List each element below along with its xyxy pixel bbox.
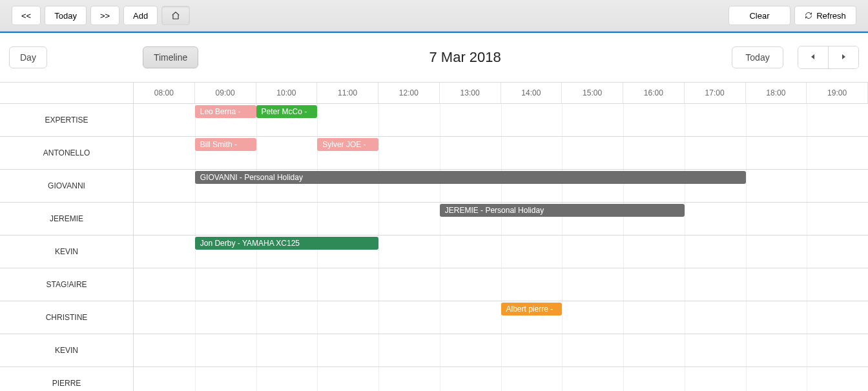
- date-title: 7 Mar 2018: [203, 49, 727, 66]
- time-slot: [807, 236, 868, 268]
- date-prev-button[interactable]: [798, 46, 828, 68]
- next-range-button[interactable]: >>: [90, 6, 119, 25]
- resource-row: PIERRE: [0, 367, 868, 391]
- time-header-cell: 16:00: [623, 83, 685, 103]
- time-slot: [256, 137, 318, 169]
- time-slot: [256, 334, 318, 366]
- row-time-area[interactable]: [134, 334, 868, 366]
- date-next-button[interactable]: [828, 46, 858, 68]
- time-header-cell: 18:00: [746, 83, 807, 103]
- event-label: Leo Berna -: [200, 107, 241, 116]
- time-slot: [746, 104, 808, 136]
- row-time-area[interactable]: Albert pierre -: [134, 301, 868, 334]
- home-icon: [171, 11, 180, 20]
- view-day-button[interactable]: Day: [9, 46, 47, 68]
- time-slot: [501, 236, 563, 268]
- time-slot: [134, 104, 196, 136]
- time-slot: [685, 203, 747, 235]
- subheader-today-button[interactable]: Today: [732, 46, 783, 68]
- time-header: 08:0009:0010:0011:0012:0013:0014:0015:00…: [0, 82, 868, 104]
- time-slot: [807, 268, 868, 301]
- prev-range-button[interactable]: <<: [12, 6, 41, 25]
- time-header-label: 19:00: [827, 88, 847, 97]
- row-time-area[interactable]: [134, 367, 868, 391]
- time-slot: [501, 334, 563, 366]
- time-header-cell: 15:00: [562, 83, 623, 103]
- scheduler-rows: EXPERTISELeo Berna -Peter McCo -ANTONELL…: [0, 104, 868, 391]
- resource-label: STAG!AIRE: [0, 268, 134, 301]
- event[interactable]: JEREMIE - Personal Holiday: [440, 204, 685, 217]
- time-slot: [807, 203, 868, 235]
- time-slot: [195, 334, 257, 366]
- resource-row: CHRISTINEAlbert pierre -: [0, 301, 868, 334]
- row-time-area[interactable]: Jon Derby - YAMAHA XC125: [134, 236, 868, 268]
- next-range-label: >>: [100, 11, 110, 21]
- resource-row: ANTONELLOBill Smith -Sylver JOE -: [0, 137, 868, 170]
- time-slot: [501, 367, 563, 391]
- time-header-cell: 19:00: [807, 83, 868, 103]
- clear-button[interactable]: Clear: [728, 6, 790, 25]
- view-day-label: Day: [20, 52, 36, 63]
- time-slot: [685, 236, 747, 268]
- time-slot: [685, 334, 747, 366]
- time-slot: [195, 203, 257, 235]
- resource-label: GIOVANNI: [0, 170, 134, 202]
- time-slot: [623, 367, 685, 391]
- time-slot: [746, 236, 808, 268]
- scheduler-body[interactable]: EXPERTISELeo Berna -Peter McCo -ANTONELL…: [0, 104, 868, 391]
- time-slot: [378, 268, 440, 301]
- time-slot: [807, 170, 868, 202]
- time-header-label: 09:00: [216, 88, 235, 97]
- time-slot: [256, 203, 318, 235]
- time-slot: [317, 268, 379, 301]
- home-button[interactable]: [161, 6, 190, 25]
- time-slot: [746, 367, 808, 391]
- time-slot: [378, 104, 440, 136]
- event[interactable]: GIOVANNI - Personal Holiday: [195, 171, 746, 184]
- triangle-right-icon: [840, 53, 847, 63]
- time-slot: [807, 104, 868, 136]
- event[interactable]: Albert pierre -: [501, 303, 563, 316]
- time-slot: [501, 104, 563, 136]
- row-time-area[interactable]: [134, 268, 868, 301]
- resource-row: EXPERTISELeo Berna -Peter McCo -: [0, 104, 868, 137]
- event-label: JEREMIE - Personal Holiday: [445, 206, 544, 215]
- view-timeline-button[interactable]: Timeline: [143, 46, 198, 68]
- event[interactable]: Leo Berna -: [195, 105, 256, 118]
- resource-row: KEVIN: [0, 334, 868, 367]
- time-slot: [256, 268, 318, 301]
- clear-label: Clear: [749, 11, 769, 21]
- row-time-area[interactable]: JEREMIE - Personal Holiday: [134, 203, 868, 235]
- time-slot: [562, 104, 624, 136]
- row-time-area[interactable]: Bill Smith -Sylver JOE -: [134, 137, 868, 169]
- sub-header: Day Timeline 7 Mar 2018 Today: [0, 33, 868, 82]
- event[interactable]: Jon Derby - YAMAHA XC125: [195, 237, 378, 250]
- add-button[interactable]: Add: [123, 6, 158, 25]
- time-slot: [378, 137, 440, 169]
- time-header-label: 10:00: [276, 88, 296, 97]
- top-toolbar: << Today >> Add Clear Refresh: [0, 0, 868, 32]
- time-slot: [134, 268, 196, 301]
- time-slot: [440, 367, 502, 391]
- event[interactable]: Sylver JOE -: [317, 138, 378, 151]
- time-slot: [378, 367, 440, 391]
- refresh-button[interactable]: Refresh: [794, 6, 856, 25]
- time-header-label: 14:00: [521, 88, 541, 97]
- resource-label: PIERRE: [0, 367, 134, 391]
- row-time-area[interactable]: GIOVANNI - Personal Holiday: [134, 170, 868, 202]
- refresh-icon: [805, 12, 812, 19]
- date-nav-group: [798, 46, 859, 69]
- event-label: Peter McCo -: [262, 107, 307, 116]
- time-slot: [317, 104, 379, 136]
- event[interactable]: Peter McCo -: [256, 105, 318, 118]
- time-header-cell: 09:00: [195, 83, 256, 103]
- toolbar-today-button[interactable]: Today: [45, 6, 87, 25]
- row-time-area[interactable]: Leo Berna -Peter McCo -: [134, 104, 868, 136]
- time-slot: [317, 367, 379, 391]
- prev-range-label: <<: [21, 11, 31, 21]
- event[interactable]: Bill Smith -: [195, 138, 256, 151]
- time-slot: [440, 236, 502, 268]
- time-slot: [562, 301, 624, 334]
- time-slot: [134, 170, 196, 202]
- time-slot: [195, 301, 257, 334]
